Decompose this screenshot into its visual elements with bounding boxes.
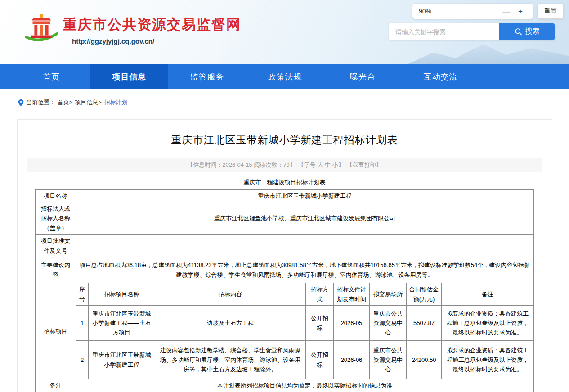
table-header-row: 招标项目 序号 招标项目名称 招标内容 招标方式 招标文件计划发布时间 拟交易场… xyxy=(36,283,534,306)
cell-method: 公开招标 xyxy=(306,341,334,379)
zoom-widget: 90% — + 重置 xyxy=(412,4,564,19)
nav-item-policy[interactable]: 政策法规 xyxy=(246,64,324,89)
breadcrumb: 当前位置： 首页> 项目信息> 招标计划 xyxy=(0,89,569,112)
label-remark: 备注 xyxy=(36,379,76,392)
table-row: 主要建设内容 项目总占地面积为36.18亩，总建筑面积为41138.23平方米，… xyxy=(36,257,534,283)
value-main-construction: 项目总占地面积为36.18亩，总建筑面积为41138.23平方米，地上总建筑面积… xyxy=(76,257,534,283)
article-card: 重庆市江北区玉带新城小学新建工程招标计划表 【信息时间：2026-04-15 阅… xyxy=(17,119,552,392)
cell-project-name: 重庆市江北区玉带新城小学新建工程 xyxy=(89,341,155,379)
label-approval-doc: 项目批准文件及文号 xyxy=(36,235,76,257)
main-nav: 首页 项目信息 监管服务 政策法规 曝光台 互动交流 xyxy=(0,64,569,89)
nav-item-home[interactable]: 首页 xyxy=(13,64,90,89)
cell-amount: 24200.50 xyxy=(407,341,442,379)
bidding-plan-table: 项目名称 重庆市江北区玉带新城小学新建工程 招标法人或招标人名称（盖章） 重庆市… xyxy=(35,189,534,392)
mountain-decoration xyxy=(407,36,569,64)
breadcrumb-label: 当前位置： xyxy=(26,98,55,107)
search-bar: 搜索 xyxy=(389,23,555,40)
label-project-name: 项目名称 xyxy=(36,190,76,202)
table-row: 招标法人或招标人名称（盖章） 重庆市江北区鲤鱼池小学校、重庆市江北区城市建设发展… xyxy=(36,202,534,235)
zoom-out-button[interactable]: — xyxy=(498,8,514,15)
value-remark: 本计划表所列招标项目信息均为暂定，最终以实际招标时的信息为准 xyxy=(76,379,534,392)
cell-venue: 重庆市公共资源交易中心 xyxy=(370,341,407,379)
nav-item-supervision[interactable]: 监管服务 xyxy=(168,64,246,89)
zoom-reset-button[interactable]: 重置 xyxy=(538,4,564,19)
project-row-2: 2 重庆市江北区玉带新城小学新建工程 建设内容包括新建教学楼、综合楼、学生食堂和… xyxy=(36,341,534,379)
search-input[interactable] xyxy=(389,23,499,40)
cell-publish-date: 2026-05 xyxy=(334,306,370,341)
site-header: 90% — + 重置 重庆市公共资源交易监督网 http://ggzyjyjgj… xyxy=(0,0,569,64)
cell-serial: 2 xyxy=(76,341,89,379)
label-main-construction: 主要建设内容 xyxy=(36,257,76,283)
zoom-in-button[interactable]: + xyxy=(514,8,527,15)
col-serial: 序号 xyxy=(76,283,89,306)
value-approval-doc xyxy=(76,235,534,257)
breadcrumb-link-home[interactable]: 首页> xyxy=(58,98,73,107)
table-row: 项目名称 重庆市江北区玉带新城小学新建工程 xyxy=(36,190,534,202)
article-title: 重庆市江北区玉带新城小学新建工程招标计划表 xyxy=(18,133,552,147)
table-caption: 重庆市工程建设项目招标计划表 xyxy=(18,178,552,187)
value-legal-entity: 重庆市江北区鲤鱼池小学校、重庆市江北区城市建设发展集团有限公司 xyxy=(76,202,534,235)
breadcrumb-current-bidding-plan[interactable]: 招标计划 xyxy=(104,98,127,107)
search-button[interactable]: 搜索 xyxy=(499,23,555,40)
col-remark: 备注 xyxy=(442,283,534,306)
cell-publish-date: 2026-06 xyxy=(334,341,370,379)
site-logo-block: 重庆市公共资源交易监督网 http://ggzyjyjgj.cq.gov.cn/ xyxy=(23,12,241,47)
print-button[interactable]: 【我要打印】 xyxy=(347,161,382,169)
article-meta-bar: 【信息时间：2026-04-15 阅读次数：79】 【字号 大 中 小】 【我要… xyxy=(27,158,542,172)
font-size-controls[interactable]: 【字号 大 中 小】 xyxy=(298,161,344,169)
table-footer-row: 备注 本计划表所列招标项目信息均为暂定，最终以实际招标时的信息为准 xyxy=(36,379,534,392)
col-content: 招标内容 xyxy=(155,283,306,306)
cell-amount: 5507.87 xyxy=(407,306,442,341)
project-row-1: 1 重庆市江北区玉带新城小学新建工程——土石方项目 边坡及土石方工程 公开招标 … xyxy=(36,306,534,341)
search-icon xyxy=(515,28,522,36)
col-amount: 合同预估金额(万元) xyxy=(407,283,442,306)
brand-text: 重庆市公共资源交易监督网 http://ggzyjyjgj.cq.gov.cn/ xyxy=(63,12,241,45)
location-pin-icon xyxy=(18,99,24,106)
nav-item-project-info[interactable]: 项目信息 xyxy=(90,64,168,89)
col-publish-date: 招标文件计划发布时间 xyxy=(334,283,370,306)
label-legal-entity: 招标法人或招标人名称（盖章） xyxy=(36,202,76,235)
nav-item-exposure[interactable]: 曝光台 xyxy=(324,64,402,89)
cell-venue: 重庆市公共资源交易中心 xyxy=(370,306,407,341)
cell-method: 公开招标 xyxy=(306,306,334,341)
value-project-name: 重庆市江北区玉带新城小学新建工程 xyxy=(76,190,534,202)
site-url: http://ggzyjyjgj.cq.gov.cn/ xyxy=(72,37,241,45)
cell-serial: 1 xyxy=(76,306,89,341)
building-logo-icon xyxy=(23,12,59,47)
label-bidding-projects: 招标项目 xyxy=(36,283,76,379)
site-title: 重庆市公共资源交易监督网 xyxy=(63,15,241,34)
nav-item-interaction[interactable]: 互动交流 xyxy=(402,64,479,89)
zoom-level: 90% xyxy=(419,8,431,15)
meta-info-time-views: 【信息时间：2026-04-15 阅读次数：79】 xyxy=(187,161,296,169)
cell-content: 边坡及土石方工程 xyxy=(155,306,306,341)
col-venue: 拟交易场所 xyxy=(370,283,407,306)
cell-project-name: 重庆市江北区玉带新城小学新建工程——土石方项目 xyxy=(89,306,155,341)
cell-remark: 拟要求的企业资质：具备建筑工程施工总承包叁级及以上资质，最终以招标时的要求为准。 xyxy=(442,341,534,379)
table-row: 项目批准文件及文号 xyxy=(36,235,534,257)
cell-content: 建设内容包括新建教学楼、综合楼、学生食堂和风雨操场、多功能厅和展厅楼、室内体育场… xyxy=(155,341,306,379)
breadcrumb-link-project-info[interactable]: 项目信息> xyxy=(75,98,102,107)
col-project-name: 招标项目名称 xyxy=(89,283,155,306)
cell-remark: 拟要求的企业资质：具备建筑工程施工总承包叁级及以上资质，最终以招标时的要求为准。 xyxy=(442,306,534,341)
zoom-pill: 90% — + xyxy=(412,4,533,19)
col-method: 招标方式 xyxy=(306,283,334,306)
search-button-label: 搜索 xyxy=(525,27,540,36)
